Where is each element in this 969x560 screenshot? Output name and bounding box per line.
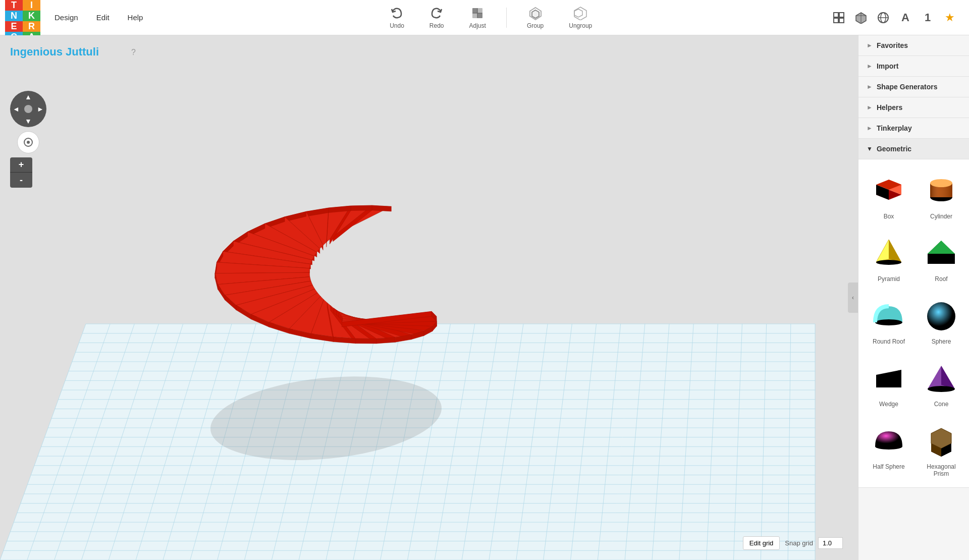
- toolbar-center: Undo Redo Adjust: [152, 3, 830, 32]
- panel-toggle[interactable]: ‹: [848, 283, 858, 313]
- shape-item-wedge[interactable]: Wedge: [865, 353, 913, 412]
- pan-up[interactable]: ▲: [22, 91, 34, 103]
- svg-point-34: [876, 260, 901, 265]
- shape-generators-label: Shape Generators: [877, 83, 938, 91]
- favorites-section[interactable]: ► Favorites: [858, 35, 969, 56]
- svg-marker-9: [574, 9, 582, 17]
- shape-icon-cylinder: [921, 170, 961, 210]
- nav-help[interactable]: Help: [119, 0, 152, 35]
- text-view-btn[interactable]: A: [896, 9, 914, 27]
- pan-center[interactable]: [22, 103, 34, 115]
- import-label: Import: [877, 62, 899, 70]
- shapes-grid: Box Cylinder: [858, 159, 969, 488]
- logo-e: E: [5, 21, 23, 32]
- zoom-out-button[interactable]: -: [10, 173, 32, 188]
- zoom-controls: + -: [10, 157, 46, 188]
- help-icon[interactable]: ?: [131, 48, 136, 57]
- nav-design[interactable]: Design: [45, 0, 87, 35]
- geometric-section[interactable]: ▼ Geometric: [858, 139, 969, 159]
- pan-down[interactable]: ▼: [22, 115, 34, 127]
- shape-label-cylinder: Cylinder: [930, 213, 952, 220]
- shape-item-cylinder[interactable]: Cylinder: [917, 165, 965, 224]
- shape-item-half-sphere[interactable]: Half Sphere: [865, 416, 913, 481]
- snap-grid-label: Snap grid: [785, 539, 813, 547]
- shape-item-box[interactable]: Box: [865, 165, 913, 224]
- svg-marker-7: [532, 10, 539, 18]
- svg-point-47: [875, 443, 902, 450]
- svg-point-39: [875, 319, 902, 325]
- 3d-grid-canvas[interactable]: [0, 35, 858, 560]
- shape-label-box: Box: [884, 213, 894, 220]
- shape-icon-half-sphere: [869, 420, 909, 460]
- right-panel: ► Favorites ► Import ► Shape Generators …: [858, 35, 969, 560]
- svg-marker-45: [941, 366, 955, 389]
- adjust-button[interactable]: Adjust: [464, 3, 491, 32]
- shape-label-half-sphere: Half Sphere: [873, 463, 904, 470]
- nav-edit[interactable]: Edit: [87, 0, 119, 35]
- grid-view-btn[interactable]: [830, 9, 848, 27]
- toolbar-separator: [506, 8, 507, 28]
- home-button[interactable]: [17, 131, 39, 153]
- zoom-in-button[interactable]: +: [10, 157, 32, 173]
- ungroup-button[interactable]: Ungroup: [564, 3, 597, 32]
- pan-right[interactable]: ►: [34, 103, 46, 115]
- logo-n: N: [5, 11, 23, 21]
- tinkerplay-section[interactable]: ► Tinkerplay: [858, 118, 969, 139]
- toolbar-right: A 1 ★: [830, 9, 964, 27]
- bottom-controls: Edit grid Snap grid 1.0 0.5 2.0: [743, 536, 843, 550]
- shape-item-pyramid[interactable]: Pyramid: [865, 228, 913, 287]
- svg-rect-2: [472, 13, 477, 18]
- geometric-arrow: ▼: [867, 145, 873, 152]
- shape-label-cone: Cone: [934, 401, 949, 408]
- logo[interactable]: T I N K E R C A D: [5, 0, 40, 35]
- svg-marker-8: [574, 7, 586, 20]
- shape-item-hexagonal-prism[interactable]: Hexagonal Prism: [917, 416, 965, 481]
- snap-grid-select[interactable]: 1.0 0.5 2.0: [818, 537, 843, 549]
- shape-label-round-roof: Round Roof: [873, 338, 905, 345]
- shape-item-round-roof[interactable]: Round Roof: [865, 291, 913, 349]
- svg-point-21: [27, 141, 30, 144]
- shape-icon-round-roof: [869, 295, 909, 335]
- shape-generators-section[interactable]: ► Shape Generators: [858, 77, 969, 97]
- shape-icon-hexagonal-prism: [921, 420, 961, 460]
- num-view-btn[interactable]: 1: [919, 9, 937, 27]
- edit-grid-button[interactable]: Edit grid: [743, 536, 780, 550]
- shape-generators-arrow: ►: [867, 83, 873, 90]
- tinkerplay-label: Tinkerplay: [877, 124, 912, 132]
- helpers-section[interactable]: ► Helpers: [858, 97, 969, 118]
- svg-point-46: [928, 386, 955, 392]
- redo-button[interactable]: Redo: [424, 3, 449, 32]
- pan-up-right: [34, 91, 46, 103]
- group-button[interactable]: Group: [522, 3, 549, 32]
- nav-controls: ▲ ◄ ► ▼ + -: [10, 91, 46, 188]
- star-view-btn[interactable]: ★: [941, 9, 959, 27]
- shape-item-sphere[interactable]: Sphere: [917, 291, 965, 349]
- import-arrow: ►: [867, 63, 873, 70]
- shape-icon-cone: [921, 357, 961, 398]
- svg-rect-12: [834, 18, 838, 23]
- geometric-label: Geometric: [877, 145, 911, 153]
- shape-label-hexagonal-prism: Hexagonal Prism: [921, 463, 961, 477]
- pan-down-left: [10, 115, 22, 127]
- shape-label-wedge: Wedge: [879, 401, 898, 408]
- logo-k: K: [23, 11, 40, 21]
- globe-view-btn[interactable]: [874, 9, 892, 27]
- topbar: T I N K E R C A D Design Edit Help Undo: [0, 0, 969, 35]
- logo-r: R: [23, 21, 40, 32]
- logo-i: I: [23, 0, 40, 11]
- nav-menu: Design Edit Help: [45, 0, 152, 35]
- shape-item-cone[interactable]: Cone: [917, 353, 965, 412]
- 3d-view-btn[interactable]: [852, 9, 870, 27]
- svg-rect-0: [472, 8, 477, 13]
- canvas-area[interactable]: Ingenious Juttuli ? ▲ ◄ ► ▼: [0, 35, 858, 560]
- shape-item-roof[interactable]: Roof: [917, 228, 965, 287]
- pan-left[interactable]: ◄: [10, 103, 22, 115]
- pan-up-left: [10, 91, 22, 103]
- shape-icon-box: [869, 170, 909, 210]
- svg-marker-37: [928, 241, 955, 254]
- svg-marker-33: [876, 240, 889, 262]
- pan-control[interactable]: ▲ ◄ ► ▼: [10, 91, 46, 127]
- import-section[interactable]: ► Import: [858, 56, 969, 77]
- undo-button[interactable]: Undo: [385, 3, 409, 32]
- svg-rect-10: [834, 13, 838, 17]
